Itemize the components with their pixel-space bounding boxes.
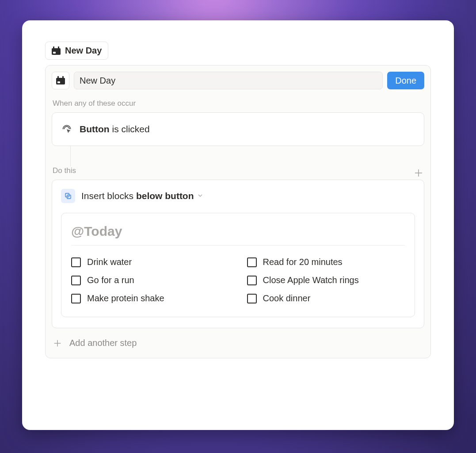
todo-label: Drink water xyxy=(87,257,132,267)
todo-col-left: Drink water Go for a run Make protein sh… xyxy=(71,257,229,303)
insert-blocks-icon xyxy=(61,189,75,203)
title-icon-box[interactable] xyxy=(52,72,69,89)
pill-label: New Day xyxy=(65,46,102,56)
checkbox[interactable] xyxy=(71,257,81,267)
todo-label: Go for a run xyxy=(87,275,134,285)
automation-editor-window: New Day Done When any of these occur But… xyxy=(22,20,454,430)
todo-label: Read for 20 minutes xyxy=(263,257,343,267)
action-section-label: Do this xyxy=(53,166,76,175)
blocks-preview[interactable]: @Today Drink water Go for a run xyxy=(61,213,415,317)
automation-pill[interactable]: New Day xyxy=(45,42,108,60)
calendar-icon xyxy=(52,46,61,55)
checkbox[interactable] xyxy=(71,276,81,285)
todo-item: Go for a run xyxy=(71,275,229,285)
todo-columns: Drink water Go for a run Make protein sh… xyxy=(71,257,405,303)
connector-line xyxy=(70,146,71,166)
todo-item: Close Apple Watch rings xyxy=(247,275,405,285)
todo-item: Make protein shake xyxy=(71,293,229,303)
todo-label: Make protein shake xyxy=(87,293,164,303)
action-card: Insert blocks below button @Today xyxy=(52,180,424,328)
trigger-section-label: When any of these occur xyxy=(53,99,424,108)
trigger-text: Button is clicked xyxy=(80,124,150,134)
todo-item: Cook dinner xyxy=(247,293,405,303)
calendar-icon xyxy=(56,76,65,85)
action-title-dropdown[interactable]: Insert blocks below button xyxy=(81,191,204,201)
todo-item: Drink water xyxy=(71,257,229,267)
checkbox[interactable] xyxy=(247,294,257,303)
automation-panel: Done When any of these occur Button is c… xyxy=(45,65,431,358)
chevron-down-icon xyxy=(197,191,204,201)
action-head: Insert blocks below button xyxy=(61,189,415,203)
todo-label: Close Apple Watch rings xyxy=(263,275,359,285)
todo-item: Read for 20 minutes xyxy=(247,257,405,267)
checkbox[interactable] xyxy=(71,294,81,303)
plus-icon xyxy=(53,338,62,348)
automation-title-input[interactable] xyxy=(74,72,383,89)
add-step-label: Add another step xyxy=(69,338,137,348)
todo-col-right: Read for 20 minutes Close Apple Watch ri… xyxy=(247,257,405,303)
todo-label: Cook dinner xyxy=(263,293,311,303)
done-button[interactable]: Done xyxy=(387,72,424,89)
action-section-header: Do this xyxy=(52,166,424,180)
title-row: Done xyxy=(52,72,424,89)
add-another-step-button[interactable]: Add another step xyxy=(52,328,424,358)
add-action-button[interactable] xyxy=(413,167,424,179)
pointer-click-icon xyxy=(61,123,72,135)
trigger-card[interactable]: Button is clicked xyxy=(52,112,424,146)
blocks-heading: @Today xyxy=(71,224,405,246)
checkbox[interactable] xyxy=(247,257,257,267)
checkbox[interactable] xyxy=(247,276,257,285)
